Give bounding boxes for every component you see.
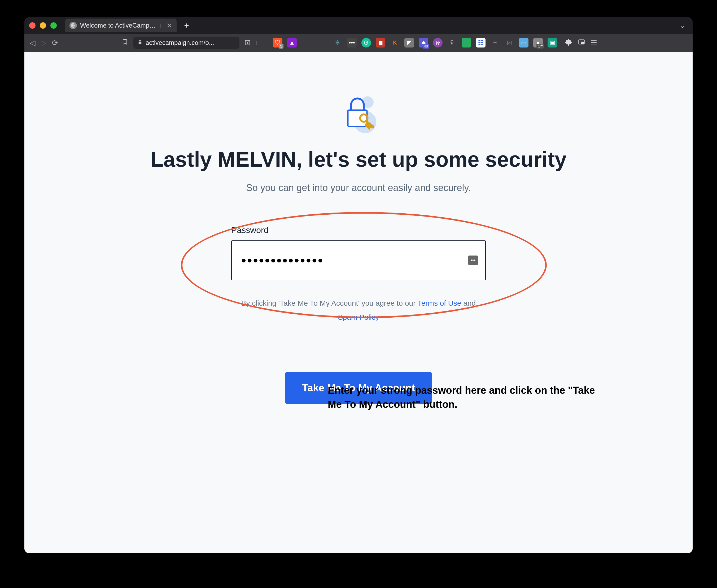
lock-icon — [138, 40, 143, 46]
password-key-icon[interactable]: ⚿ — [245, 39, 251, 46]
ext-braces-icon[interactable]: {a} — [505, 38, 514, 47]
extension-icons: 🛡5 ▲ ⚛ ••• G ◼ K ◤ ◆40 w 🎙 ☷ ☀ {a} ▭ ●Of… — [273, 38, 557, 47]
url-text: activecampaign.com/o... — [146, 39, 214, 46]
brave-shield-icon[interactable]: 🛡5 — [273, 38, 282, 47]
ext-purple-icon[interactable]: ◆40 — [419, 38, 428, 47]
ext-w-icon[interactable]: w — [433, 38, 442, 47]
browser-toolbar: ◁ ▷ ⟳ activecampaign.com/o... ⚿ | 🛡5 ▲ ⚛… — [24, 34, 693, 52]
page-subheading: So you can get into your account easily … — [246, 182, 471, 193]
ext-green-icon[interactable] — [462, 38, 471, 47]
window-close-button[interactable] — [29, 22, 36, 29]
grammarly-ext-icon[interactable]: G — [362, 38, 371, 47]
tab-strip: Welcome to ActiveCampaign - | ✕ + ⌄ — [24, 17, 693, 34]
page-content: Lastly MELVIN, let's set up some securit… — [24, 52, 693, 553]
terms-prefix: By clicking 'Take Me To My Account' you … — [241, 299, 418, 307]
extensions-puzzle-icon[interactable] — [565, 38, 572, 47]
warning-ext-icon[interactable]: ▲ — [287, 38, 297, 47]
password-form: Password ••• By clicking 'Take Me To My … — [231, 225, 486, 324]
bookmark-icon[interactable] — [122, 39, 128, 47]
globe-icon — [69, 22, 77, 29]
ext-k-icon[interactable]: K — [390, 38, 399, 47]
pip-icon[interactable] — [578, 38, 585, 47]
window-maximize-button[interactable] — [50, 22, 57, 29]
url-bar[interactable]: activecampaign.com/o... — [133, 37, 239, 49]
page-heading: Lastly MELVIN, let's set up some securit… — [150, 147, 566, 172]
ext-dim-icon[interactable]: ☀ — [490, 38, 500, 47]
terms-text: By clicking 'Take Me To My Account' you … — [231, 296, 486, 324]
close-tab-button[interactable]: ✕ — [167, 21, 172, 30]
traffic-lights — [29, 22, 57, 29]
ext-blue-icon[interactable]: ☷ — [476, 38, 485, 47]
tab-divider: | — [160, 23, 161, 28]
lock-key-illustration — [335, 89, 382, 136]
browser-window: Welcome to ActiveCampaign - | ✕ + ⌄ ◁ ▷ … — [24, 17, 693, 553]
tab-dropdown-icon[interactable]: ⌄ — [679, 21, 688, 30]
off-badge: Off — [537, 44, 544, 48]
react-ext-icon[interactable]: ⚛ — [333, 38, 342, 47]
tab-separator: | — [256, 40, 257, 45]
reload-button[interactable]: ⟳ — [52, 39, 58, 47]
shield-badge: 5 — [279, 44, 283, 48]
password-input[interactable] — [231, 240, 486, 280]
svg-rect-6 — [348, 110, 367, 127]
ext-sky-icon[interactable]: ▭ — [519, 38, 528, 47]
window-minimize-button[interactable] — [40, 22, 46, 29]
terms-mid: and — [461, 299, 476, 307]
terms-of-use-link[interactable]: Terms of Use — [418, 299, 461, 307]
ext-red-icon[interactable]: ◼ — [376, 38, 385, 47]
forward-button[interactable]: ▷ — [41, 39, 47, 47]
password-ext-icon[interactable]: ••• — [347, 38, 357, 47]
password-label: Password — [231, 225, 486, 235]
new-tab-button[interactable]: + — [184, 21, 189, 30]
spam-policy-link[interactable]: Spam Policy — [338, 313, 379, 321]
browser-tab[interactable]: Welcome to ActiveCampaign - | ✕ — [65, 19, 177, 33]
ext-gray-icon[interactable]: ◤ — [405, 38, 414, 47]
svg-rect-3 — [582, 42, 584, 43]
menu-icon[interactable]: ☰ — [590, 39, 597, 47]
tab-title: Welcome to ActiveCampaign - — [80, 22, 157, 29]
ext-mic-icon[interactable]: 🎙 — [447, 38, 457, 47]
ext-badge-40: 40 — [423, 44, 430, 48]
ext-green2-icon[interactable]: ▣ — [547, 38, 557, 47]
password-input-wrap: ••• — [231, 240, 486, 280]
ext-off-icon[interactable]: ●Off — [533, 38, 543, 47]
password-manager-icon[interactable]: ••• — [468, 255, 478, 265]
onboarding-security-step: Lastly MELVIN, let's set up some securit… — [24, 52, 693, 404]
toolbar-right: ☰ — [565, 38, 597, 47]
svg-rect-1 — [139, 42, 142, 44]
annotation-instruction: Enter your strong password here and clic… — [328, 383, 609, 412]
back-button[interactable]: ◁ — [30, 39, 36, 47]
